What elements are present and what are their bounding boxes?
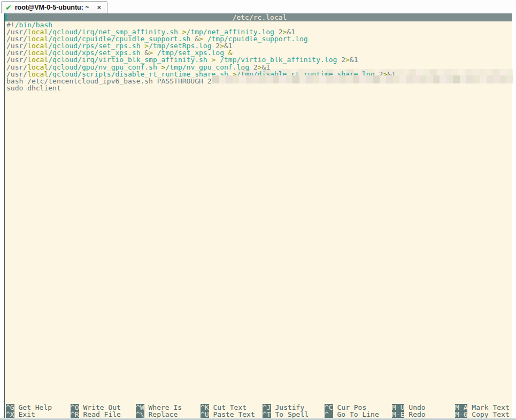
nano-shortcut: ^J Justify: [263, 404, 325, 411]
shortcut-label: Justify: [271, 404, 305, 411]
nano-shortcut: M-6 Copy Text: [455, 411, 512, 418]
tab-title: root@VM-0-5-ubuntu: ~: [15, 4, 89, 11]
shortcut-key-badge: M-U: [392, 404, 404, 411]
shortcut-label: Where Is: [144, 404, 182, 411]
shortcut-key-badge: M-E: [392, 411, 404, 418]
redaction-mosaic: [212, 75, 513, 83]
shortcut-label: Replace: [144, 411, 178, 418]
shortcut-key-badge: ^C: [325, 404, 333, 411]
shortcut-footer: ^G Get Help^O Write Out^W Where Is^K Cut…: [5, 404, 512, 418]
shortcut-label: Cut Text: [209, 404, 247, 411]
tab-bar: ✔ root@VM-0-5-ubuntu: ~ ✕: [0, 0, 516, 13]
nano-shortcut: ^W Where Is: [136, 404, 201, 411]
nano-shortcut: ^G Get Help: [6, 404, 71, 411]
shortcut-label: Undo: [404, 404, 425, 411]
nano-shortcut: ^O Write Out: [71, 404, 136, 411]
file-path-label: /etc/rc.local: [7, 13, 512, 21]
nano-shortcut: ^U Paste Text: [201, 411, 263, 418]
shortcut-label: Paste Text: [209, 411, 255, 418]
shortcut-label: To Spell: [271, 411, 309, 418]
shortcut-key-badge: ^X: [6, 411, 14, 418]
shortcut-key-badge: ^U: [201, 411, 209, 418]
nano-shortcut: ^R Read File: [71, 411, 136, 418]
shortcut-label: Copy Text: [467, 411, 509, 418]
shortcut-key-badge: ^_: [325, 411, 333, 418]
shortcut-key-badge: ^R: [71, 411, 79, 418]
nano-shortcut: ^X Exit: [6, 411, 71, 418]
nano-shortcut: M-E Redo: [392, 411, 455, 418]
terminal-screen[interactable]: GNU nano 4.8 /etc/rc.local #!/bin/bash/u…: [4, 13, 512, 418]
shortcut-key-badge: ^G: [6, 404, 14, 411]
shortcut-key-badge: ^\: [136, 411, 144, 418]
shortcut-label: Read File: [79, 411, 121, 418]
shortcut-key-badge: M-6: [455, 411, 467, 418]
nano-shortcut: M-U Undo: [392, 404, 455, 411]
shortcut-key-badge: ^W: [136, 404, 144, 411]
shortcut-label: Mark Text: [467, 404, 509, 411]
shortcut-key-badge: ^J: [263, 404, 271, 411]
shortcut-key-badge: ^O: [71, 404, 79, 411]
shortcut-label: Exit: [14, 411, 35, 418]
shortcut-key-badge: ^K: [201, 404, 209, 411]
nano-shortcut: ^_ Go To Line: [325, 411, 392, 418]
shortcut-key-badge: M-A: [455, 404, 467, 411]
shortcut-label: Cur Pos: [333, 404, 367, 411]
nano-shortcut: ^\ Replace: [136, 411, 201, 418]
nano-shortcut: ^T To Spell: [263, 411, 325, 418]
titlebar-bar: GNU nano 4.8 /etc/rc.local: [7, 13, 512, 21]
nano-shortcut: M-A Mark Text: [455, 404, 512, 411]
connected-check-icon: ✔: [5, 4, 12, 11]
nano-shortcut: ^K Cut Text: [201, 404, 263, 411]
window-bottom-edge: [0, 418, 516, 420]
code-line: sudo dhclient: [6, 85, 512, 91]
shortcut-label: Write Out: [79, 404, 121, 411]
shortcut-label: Get Help: [14, 404, 52, 411]
shortcut-key-badge: ^T: [263, 411, 271, 418]
terminal-tab[interactable]: ✔ root@VM-0-5-ubuntu: ~ ✕: [1, 1, 107, 13]
nano-shortcut: ^C Cur Pos: [325, 404, 392, 411]
shortcut-label: Redo: [404, 411, 425, 418]
tab-close-icon[interactable]: ✕: [97, 4, 102, 11]
shortcut-label: Go To Line: [333, 411, 379, 418]
nano-titlebar: GNU nano 4.8 /etc/rc.local: [5, 13, 512, 21]
